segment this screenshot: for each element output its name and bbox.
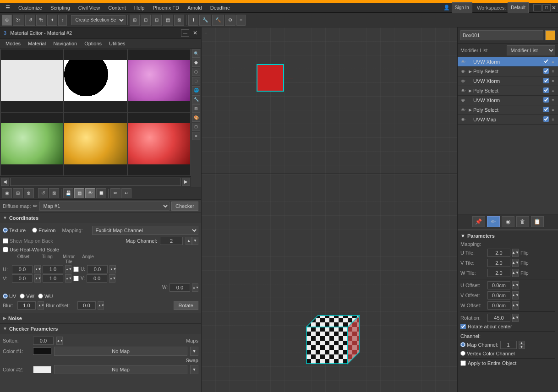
- rotate-btn[interactable]: Rotate: [174, 301, 198, 310]
- w-flip-label[interactable]: Flip: [520, 270, 529, 276]
- apply-entire-label[interactable]: Apply to Entire Object: [460, 360, 516, 366]
- mod-tool-copy[interactable]: 📋: [531, 216, 544, 227]
- thumb-pink[interactable]: [128, 49, 190, 112]
- workspaces-button[interactable]: Default: [508, 2, 529, 13]
- v-angle-input[interactable]: [87, 274, 107, 283]
- modifier-list-select[interactable]: Modifier List: [507, 45, 556, 55]
- mapping-select[interactable]: Explicit Map Channel: [92, 226, 198, 235]
- map-channel-rp-radio-label[interactable]: Map Channel:: [460, 342, 498, 348]
- menu-item-arnold[interactable]: Arnold: [184, 4, 206, 11]
- menu-item-content[interactable]: Content: [104, 4, 130, 11]
- v-offset-rp-spin[interactable]: ▲▼: [512, 291, 519, 299]
- texture-radio-label[interactable]: Texture: [3, 228, 26, 233]
- object-color-swatch[interactable]: [545, 30, 555, 40]
- me-side-btn-3[interactable]: ⬡: [192, 68, 200, 76]
- diffuse-pipette-btn[interactable]: ✏: [33, 203, 38, 209]
- show-map-check-label[interactable]: Show Map on Back: [3, 238, 53, 244]
- map-channel-rp-radio[interactable]: [460, 342, 465, 347]
- me-minimize-btn[interactable]: —: [181, 29, 189, 37]
- tool-btn-16[interactable]: ≡: [236, 15, 246, 26]
- me-side-btn-9[interactable]: ⊡: [192, 123, 200, 131]
- v-tiling-spin[interactable]: ▲▼: [65, 274, 71, 283]
- v-angle-spin[interactable]: ▲▼: [109, 274, 115, 283]
- scroll-left-btn[interactable]: ◀: [1, 178, 9, 186]
- me-tool-show[interactable]: 👁: [85, 188, 95, 198]
- mod-active-check-1[interactable]: [543, 59, 549, 64]
- v-tile-input[interactable]: [487, 259, 510, 267]
- nomap1-btn[interactable]: No Map: [54, 347, 187, 356]
- menu-item-help[interactable]: Help: [131, 4, 148, 11]
- environ-radio-label[interactable]: Environ: [32, 228, 55, 233]
- v-mirror-check[interactable]: [73, 276, 79, 281]
- thumb-yellow[interactable]: [64, 113, 126, 175]
- tool-btn-5[interactable]: ✦: [47, 15, 57, 26]
- checker-params-header[interactable]: ▼ Checker Parameters: [0, 324, 201, 334]
- mod-active-check-2[interactable]: [543, 68, 549, 74]
- environ-radio[interactable]: [32, 228, 37, 233]
- w-tile-input[interactable]: [487, 269, 510, 277]
- w-tile-spin[interactable]: ▲▼: [512, 269, 519, 277]
- maximize-window-btn[interactable]: □: [542, 4, 551, 11]
- mod-menu-6[interactable]: ≡: [550, 107, 556, 113]
- scroll-right-btn[interactable]: ▶: [182, 178, 190, 186]
- vw-radio-label[interactable]: VW: [20, 294, 34, 299]
- use-rw-check-label[interactable]: Use Real-World Scale: [3, 247, 59, 252]
- nomap2-btn[interactable]: No Map: [54, 365, 187, 374]
- vertex-color-radio-label[interactable]: Vertex Color Channel: [460, 351, 515, 356]
- rotate-about-center-label[interactable]: Rotate about center: [460, 324, 512, 329]
- uv-radio-label[interactable]: UV: [3, 294, 16, 299]
- params-collapse-arrow[interactable]: ▼: [460, 233, 465, 239]
- mod-item-polyselect-3[interactable]: 👁 ▶ Poly Select ≡: [458, 105, 558, 115]
- tool-btn-8[interactable]: ⊡: [141, 15, 151, 26]
- nomap2-arrow[interactable]: ▼: [190, 365, 198, 374]
- w-offset-rp-spin[interactable]: ▲▼: [512, 301, 519, 310]
- menu-item-customize[interactable]: Customize: [15, 4, 46, 11]
- soften-spinner[interactable]: ▲▼: [56, 337, 63, 345]
- tool-btn-9[interactable]: ⊟: [152, 15, 162, 26]
- mod-menu-7[interactable]: ≡: [550, 116, 556, 123]
- blur-spinner[interactable]: ▲▼: [38, 301, 44, 310]
- color1-swatch[interactable]: [33, 348, 51, 355]
- create-selection-dropdown[interactable]: Create Selection Se: [71, 15, 126, 25]
- mod-expand-2[interactable]: ▶: [467, 68, 473, 75]
- apply-entire-check[interactable]: [460, 360, 466, 366]
- swap-label[interactable]: Swap: [186, 358, 198, 363]
- u-tiling-spin[interactable]: ▲▼: [65, 265, 71, 273]
- vw-radio[interactable]: [20, 294, 25, 299]
- me-side-btn-7[interactable]: ⊞: [192, 104, 200, 113]
- select-tool-btn[interactable]: ⊕: [2, 15, 12, 26]
- mod-item-polyselect-1[interactable]: 👁 ▶ Poly Select ≡: [458, 67, 558, 76]
- mod-expand-6[interactable]: ▶: [467, 107, 473, 113]
- me-tool-edit[interactable]: ✏: [110, 188, 120, 198]
- tool-btn-3[interactable]: ↺: [25, 15, 35, 26]
- v-tile-spin[interactable]: ▲▼: [512, 259, 519, 267]
- checker-btn[interactable]: Checker: [171, 201, 198, 211]
- thumb-green[interactable]: [1, 113, 63, 175]
- menu-item-phoenixfd[interactable]: Phoenix FD: [149, 4, 182, 11]
- mod-menu-1[interactable]: ≡: [550, 59, 556, 65]
- mod-active-check-6[interactable]: [543, 107, 549, 112]
- menu-item-civilview[interactable]: Civil View: [75, 4, 104, 11]
- me-side-btn-10[interactable]: ≡: [192, 132, 200, 140]
- mod-menu-4[interactable]: ≡: [550, 87, 556, 94]
- mod-menu-5[interactable]: ≡: [550, 97, 556, 103]
- u-offset-rp-input[interactable]: [487, 281, 510, 289]
- menu-item-deadline[interactable]: Deadline: [207, 4, 234, 11]
- me-tool-2[interactable]: ⊞: [13, 188, 23, 198]
- mod-active-check-5[interactable]: [543, 97, 549, 103]
- me-tool-5[interactable]: ⊠: [49, 188, 59, 198]
- me-menu-options[interactable]: Options: [81, 40, 105, 47]
- u-offset-spin-up[interactable]: ▲▼: [34, 265, 41, 273]
- map-channel-rp-input[interactable]: [500, 341, 517, 349]
- tool-btn-2[interactable]: 3↑: [13, 15, 24, 26]
- me-tool-show2[interactable]: 🔲: [96, 188, 106, 198]
- top-viewport[interactable]: ...: [202, 27, 457, 174]
- texture-radio[interactable]: [3, 228, 8, 233]
- me-menu-utilities[interactable]: Utilities: [105, 40, 129, 47]
- tool-btn-10[interactable]: ▤: [163, 15, 173, 26]
- tool-btn-6[interactable]: ↕: [58, 15, 67, 26]
- show-map-checkbox[interactable]: [3, 238, 8, 244]
- u-mirror-check[interactable]: [73, 267, 79, 272]
- object-name-input[interactable]: [460, 30, 543, 40]
- me-tool-reset[interactable]: ↩: [121, 188, 131, 198]
